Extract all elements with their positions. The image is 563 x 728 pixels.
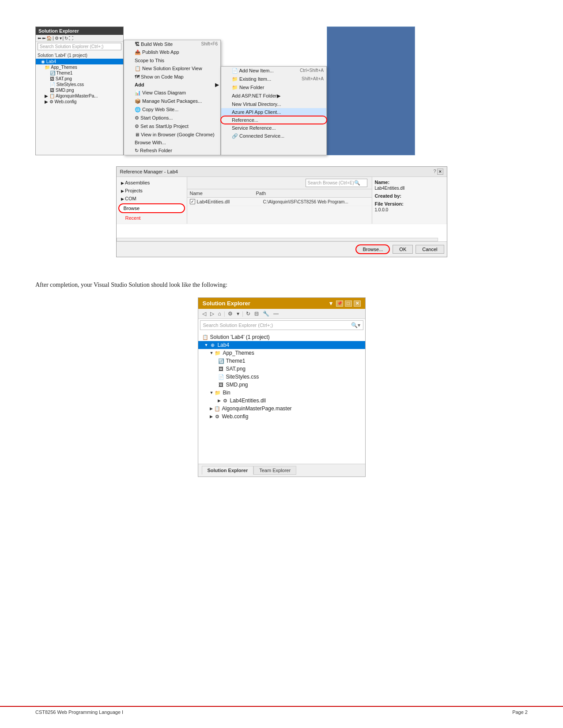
se-small-tree: Solution 'Lab4' (1 project) ◉ Lab4 📁 App… xyxy=(36,51,123,105)
ref-right-panel: Name: Lab4Entities.dll Created by: File … xyxy=(372,177,447,224)
ctx-scope-to-this[interactable]: Scope to This xyxy=(124,56,220,64)
ref-projects[interactable]: Projects xyxy=(117,187,187,195)
ctx-new-solution-explorer[interactable]: 📋 New Solution Explorer View xyxy=(124,64,220,73)
sl-lab4-node[interactable]: ▼ ⊕ Lab4 xyxy=(198,341,365,349)
ref-close-btn[interactable]: ✕ xyxy=(437,169,443,175)
tab-solution-explorer[interactable]: Solution Explorer xyxy=(202,466,254,475)
sub-reference[interactable]: Reference... xyxy=(221,116,326,124)
se-home-btn[interactable]: ⌂ xyxy=(217,310,223,317)
sub-azure-api[interactable]: Azure API App Client... xyxy=(221,108,326,116)
se-close-btn[interactable]: ✕ xyxy=(354,300,361,307)
se-small-title: Solution Explorer xyxy=(36,27,123,35)
ctx-start-options[interactable]: ⚙ Start Options... xyxy=(124,114,220,122)
ref-ok-button[interactable]: OK xyxy=(393,245,413,254)
add-submenu: 📄 Add New Item...Ctrl+Shift+A 📁 Existing… xyxy=(221,66,327,155)
ref-body: Assemblies Projects COM Browse Recent xyxy=(117,177,447,224)
ctx-publish-web-app[interactable]: 📤 Publish Web App xyxy=(124,48,220,56)
sl-app-themes[interactable]: ▼ 📁 App_Themes xyxy=(198,349,365,357)
right-blue-panel xyxy=(327,26,415,155)
sl-bin[interactable]: ▼ 📁 Bin xyxy=(198,389,365,397)
sl-lab4entities-dll[interactable]: ▶ ⚙ Lab4Entities.dll xyxy=(198,397,365,405)
se-pin-btn[interactable]: 📌 xyxy=(336,300,343,307)
ref-title-bar: Reference Manager - Lab4 ? ✕ xyxy=(117,167,447,177)
se-refresh-btn[interactable]: ↻ xyxy=(245,310,252,317)
page-footer: CST8256 Web Programming Language I Page … xyxy=(0,706,563,715)
se-collapse-btn[interactable]: ⊟ xyxy=(253,310,260,317)
ctx-refresh-folder[interactable]: ↻ Refresh Folder xyxy=(124,146,220,155)
ref-scroll-area xyxy=(117,224,447,241)
se-small-toolbar: ⬅ ⬅ 🏠 | ⚙ ▾ | ↻ ⛶ xyxy=(36,35,123,42)
se-dropdown-btn[interactable]: ▾ xyxy=(235,310,241,317)
solution-explorer-large: Solution Explorer ▾ 📌 □ ✕ ◁ ▷ ⌂ | ⚙ ▾ | … xyxy=(198,297,366,477)
sat-small: 🖼 SAT.png xyxy=(36,76,123,82)
se-settings-btn[interactable]: ⚙ xyxy=(227,310,234,317)
ref-header-search-bar: Search Browse (Ctrl+E) 🔍 xyxy=(187,177,372,189)
sl-sitestyles-css[interactable]: 📄 SiteStyles.css xyxy=(198,373,365,381)
se-minus-btn[interactable]: — xyxy=(272,310,280,317)
ctx-build-web-site[interactable]: 🏗 Build Web SiteShift+F6 xyxy=(124,40,220,48)
sl-smd-png[interactable]: 🖼 SMD.png xyxy=(198,381,365,389)
reference-manager: Reference Manager - Lab4 ? ✕ Assemblies … xyxy=(116,166,447,257)
ref-main-content: Search Browse (Ctrl+E) 🔍 Name Path ✓ Lab… xyxy=(187,177,372,224)
se-large-tree: 📋 Solution 'Lab4' (1 project) ▼ ⊕ Lab4 ▼… xyxy=(198,331,365,464)
footer-page-number: Page 2 xyxy=(512,709,528,715)
sub-new-folder[interactable]: 📁 New Folder xyxy=(221,83,326,92)
ref-checkbox[interactable]: ✓ xyxy=(190,199,195,204)
webconfig-small: ▶ ⚙ Web.config xyxy=(36,99,123,105)
ctx-set-startup[interactable]: ⚙ Set as StartUp Project xyxy=(124,122,220,131)
solution-node-small: Solution 'Lab4' (1 project) xyxy=(36,52,123,59)
se-forward-btn[interactable]: ▷ xyxy=(209,310,215,317)
ref-scrollbar[interactable] xyxy=(117,238,438,241)
se-large-search[interactable]: Search Solution Explorer (Ctrl+;) 🔍▾ xyxy=(200,320,363,330)
ctx-view-class-diagram[interactable]: 📊 View Class Diagram xyxy=(124,89,220,97)
sitestyles-small: 📄 SiteStyles.css xyxy=(36,82,123,87)
tab-team-explorer[interactable]: Team Explorer xyxy=(253,466,296,475)
se-large-title-bar: Solution Explorer ▾ 📌 □ ✕ xyxy=(198,298,365,309)
se-back-btn[interactable]: ◁ xyxy=(201,310,208,317)
theme1-small: 🔃 Theme1 xyxy=(36,70,123,76)
masterpage-small: ▶ 📋 AlgonquinMasterPa... xyxy=(36,93,123,99)
context-menu: 🏗 Build Web SiteShift+F6 📤 Publish Web A… xyxy=(124,40,221,155)
ref-assemblies[interactable]: Assemblies xyxy=(117,179,187,187)
sl-theme1[interactable]: 🔃 Theme1 xyxy=(198,357,365,365)
sl-sat-png[interactable]: 🖼 SAT.png xyxy=(198,365,365,373)
se-small-search[interactable]: Search Solution Explorer (Ctrl+;) xyxy=(38,43,121,50)
solution-explorer-small: Solution Explorer ⬅ ⬅ 🏠 | ⚙ ▾ | ↻ ⛶ Sear… xyxy=(35,26,124,155)
ctx-copy-web-site[interactable]: 🌐 Copy Web Site... xyxy=(124,105,220,114)
ctx-manage-nuget[interactable]: 📦 Manage NuGet Packages... xyxy=(124,97,220,105)
ref-column-headers: Name Path xyxy=(187,189,372,198)
ref-left-nav: Assemblies Projects COM Browse Recent xyxy=(117,177,187,224)
sub-add-new-item[interactable]: 📄 Add New Item...Ctrl+Shift+A xyxy=(221,67,326,75)
sub-connected-service[interactable]: 🔗 Connected Service... xyxy=(221,132,326,140)
project-node-small: ◉ Lab4 xyxy=(36,59,123,64)
se-large-toolbar: ◁ ▷ ⌂ | ⚙ ▾ | ↻ ⊟ 🔧 — xyxy=(198,309,365,319)
ref-browse[interactable]: Browse xyxy=(118,203,185,213)
ctx-add[interactable]: Add▶ xyxy=(124,81,220,89)
footer-course-name: CST8256 Web Programming Language I xyxy=(35,709,123,715)
ref-browse-button[interactable]: Browse... xyxy=(355,244,390,254)
sl-webconfig[interactable]: ▶ ⚙ Web.config xyxy=(198,413,365,420)
sub-new-virtual-dir[interactable]: New Virtual Directory... xyxy=(221,100,326,108)
ref-cancel-button[interactable]: Cancel xyxy=(416,245,444,254)
ref-data-row: ✓ Lab4Entities.dll C:\Algonquin\ISF\CST8… xyxy=(187,198,372,206)
se-window-btn[interactable]: □ xyxy=(345,300,352,307)
sl-masterpage[interactable]: ▶ 📋 AlgonquinMasterPage.master xyxy=(198,405,365,413)
ref-recent[interactable]: Recent xyxy=(117,214,187,222)
ctx-show-code-map[interactable]: 🗺 Show on Code Map xyxy=(124,73,220,81)
ref-window-controls: ? ✕ xyxy=(433,169,443,175)
se-title-controls: ▾ 📌 □ ✕ xyxy=(329,300,361,307)
se-large-bottom-tabs: Solution Explorer Team Explorer xyxy=(198,464,365,477)
smd-small: 🖼 SMD.png xyxy=(36,87,123,93)
ctx-browse-with[interactable]: Browse With... xyxy=(124,139,220,146)
app-themes-small: 📁 App_Themes xyxy=(36,64,123,70)
sub-existing-item[interactable]: 📁 Existing Item...Shift+Alt+A xyxy=(221,75,326,83)
sub-service-reference[interactable]: Service Reference... xyxy=(221,124,326,132)
ctx-view-browser[interactable]: 🖥 View in Browser (Google Chrome) xyxy=(124,131,220,139)
ref-bottom-bar: Browse... OK Cancel xyxy=(117,241,447,257)
completion-text: After completion, your Visual Studio Sol… xyxy=(35,281,528,289)
sl-solution-node: 📋 Solution 'Lab4' (1 project) xyxy=(198,333,365,341)
ref-com[interactable]: COM xyxy=(117,195,187,203)
se-filter-btn[interactable]: 🔧 xyxy=(261,310,271,317)
sub-asp-net-folder[interactable]: Add ASP.NET Folder▶ xyxy=(221,92,326,100)
ref-search-box[interactable]: Search Browse (Ctrl+E) 🔍 xyxy=(306,179,367,187)
